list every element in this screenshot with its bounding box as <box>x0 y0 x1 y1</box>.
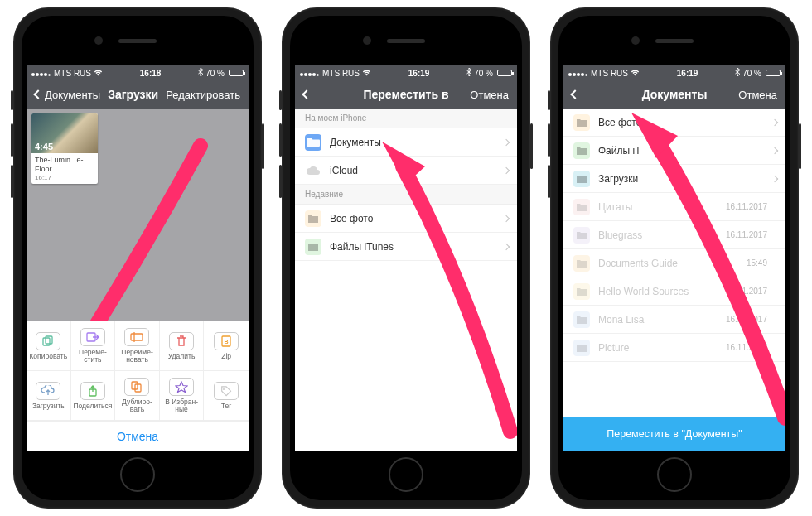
list-item: Bluegrass16.11.2017 <box>563 221 785 249</box>
item-meta: 16.11.2017 <box>726 315 776 324</box>
back-button[interactable] <box>572 91 625 98</box>
phone-2: MTS RUS 16:19 70 % Переместить в Отмена … <box>282 7 530 509</box>
item-label: Все фото <box>330 213 373 224</box>
list-item[interactable]: Файлы iT <box>563 137 785 165</box>
star-icon <box>169 378 194 396</box>
wifi-icon <box>94 69 103 78</box>
rename-icon <box>124 328 149 346</box>
item-meta: 16.11.2017 <box>726 343 776 352</box>
back-label: Документы <box>45 89 100 101</box>
clock: 16:19 <box>371 69 466 78</box>
cancel-button[interactable]: Отмена <box>456 89 509 101</box>
page-title: Документы <box>625 88 724 101</box>
clock: 16:18 <box>103 69 198 78</box>
action-rename[interactable]: Переиме- новать <box>115 321 160 371</box>
item-label: Файлы iTunes <box>330 241 394 253</box>
list-item: Documents Guide15:49 <box>563 249 785 277</box>
battery-pct: 70 % <box>474 69 493 78</box>
zip-icon: B <box>214 332 239 350</box>
section-header: Недавние <box>295 185 517 205</box>
nav-header: Документы Загрузки Редактировать <box>27 80 249 109</box>
phone-3: MTS RUS 16:19 70 % Документы Отмена Все … <box>550 7 799 509</box>
chevron-right-icon <box>771 175 778 181</box>
page-title: Переместить в <box>356 88 456 101</box>
action-dup[interactable]: Дублиро- вать <box>115 371 160 421</box>
folder-icon <box>573 199 590 215</box>
action-share[interactable]: Поделиться <box>71 371 116 421</box>
bluetooth-icon <box>466 68 471 78</box>
clock: 16:19 <box>640 69 735 78</box>
folder-icon <box>573 171 590 187</box>
signal-icon <box>568 69 588 78</box>
list-item[interactable]: Все фото <box>295 205 517 233</box>
status-bar: MTS RUS 16:19 70 % <box>563 65 785 80</box>
list-item[interactable]: Все фото <box>563 109 785 137</box>
action-move[interactable]: Переме- стить <box>71 321 116 371</box>
file-name: The-Lumin...e-Floor <box>35 156 94 174</box>
cancel-button[interactable]: Отмена <box>724 89 777 101</box>
list-item[interactable]: Файлы iTunes <box>295 233 517 261</box>
action-label: Дублиро- вать <box>120 398 154 413</box>
folder-icon <box>305 239 321 255</box>
signal-icon <box>31 69 51 78</box>
action-label: Zip <box>220 353 233 360</box>
folder-list: Все фотоФайлы iTЗагрузкиЦитаты16.11.2017… <box>563 109 785 451</box>
edit-button[interactable]: Редактировать <box>166 89 240 101</box>
folder-icon <box>573 283 590 300</box>
dup-icon <box>124 378 149 396</box>
item-label: Цитаты <box>598 201 632 213</box>
back-button[interactable] <box>303 91 356 98</box>
signal-icon <box>300 69 320 78</box>
action-tag[interactable]: Тег <box>204 371 249 421</box>
folder-icon <box>573 311 590 328</box>
item-label: Файлы iT <box>598 145 640 157</box>
cloud-icon <box>305 162 321 179</box>
item-label: iCloud <box>330 165 358 176</box>
list-item[interactable]: iCloud <box>295 157 517 185</box>
list-item: Picture16.11.2017 <box>563 334 785 362</box>
chevron-left-icon <box>570 89 579 99</box>
section-header: На моем iPhone <box>295 109 517 128</box>
action-label: Удалить <box>167 353 196 360</box>
folder-icon <box>305 210 321 227</box>
list-item[interactable]: Загрузки <box>563 165 785 193</box>
folder-icon <box>573 255 590 272</box>
action-label: Переиме- новать <box>119 349 154 364</box>
wifi-icon <box>362 69 371 78</box>
video-thumbnail[interactable]: 4:45 The-Lumin...e-Floor 16:17 <box>31 113 98 184</box>
item-label: Все фото <box>598 117 641 128</box>
folder-icon <box>573 227 590 244</box>
action-label: В Избран- ные <box>163 398 200 413</box>
list-item[interactable]: Документы <box>295 128 517 157</box>
battery-pct: 70 % <box>205 69 225 78</box>
file-grid: 4:45 The-Lumin...e-Floor 16:17 <box>27 109 249 451</box>
copy-icon <box>36 332 60 350</box>
chevron-left-icon <box>33 89 42 99</box>
move-icon <box>80 328 105 346</box>
item-label: Загрузки <box>598 173 638 185</box>
folder-icon <box>573 340 590 356</box>
item-meta: 16.11.2017 <box>726 202 776 211</box>
action-copy[interactable]: Копировать <box>27 321 71 371</box>
action-sheet: КопироватьПереме- ститьПереиме- новатьУд… <box>27 321 249 451</box>
item-meta: 16.11.2017 <box>726 230 776 239</box>
chevron-right-icon <box>771 147 778 153</box>
carrier-label: MTS RUS <box>322 69 360 78</box>
cancel-button[interactable]: Отмена <box>27 421 249 451</box>
action-label: Тег <box>220 403 234 410</box>
back-button[interactable]: Документы <box>35 89 100 101</box>
action-trash[interactable]: Удалить <box>160 321 205 371</box>
battery-icon <box>229 70 244 76</box>
list-item: Цитаты16.11.2017 <box>563 193 785 221</box>
move-confirm-button[interactable]: Переместить в "Документы" <box>563 417 785 451</box>
action-star[interactable]: В Избран- ные <box>160 371 205 421</box>
action-label: Переме- стить <box>77 349 109 364</box>
folder-icon <box>573 114 590 131</box>
action-zip[interactable]: BZip <box>204 321 249 371</box>
item-label: Picture <box>598 342 629 354</box>
chevron-left-icon <box>302 89 311 99</box>
chevron-right-icon <box>503 166 510 173</box>
carrier-label: MTS RUS <box>591 69 628 78</box>
page-title: Загрузки <box>100 88 166 101</box>
action-upload[interactable]: Загрузить <box>27 371 71 421</box>
